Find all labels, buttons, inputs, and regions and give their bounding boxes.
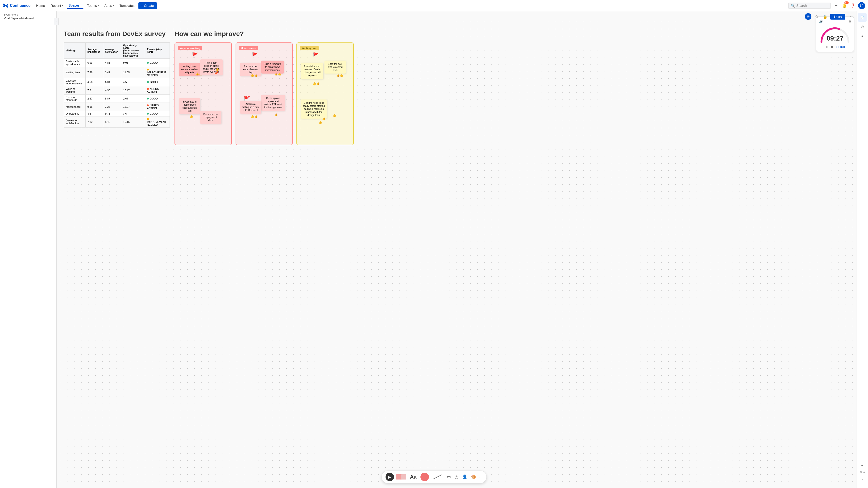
satisfaction-cell: 5.87 [103, 95, 121, 103]
table-row: Ways of working 7.3 4.33 15.47 NEEDS ACT… [64, 86, 170, 95]
sticky-note[interactable]: Investigate in better static code analys… [179, 98, 200, 115]
help-icon[interactable]: ❓ [849, 2, 856, 9]
timer-stop-button[interactable]: ⏹ [830, 45, 834, 49]
col-importance: Average importance [85, 43, 103, 59]
toolbar-more-button[interactable]: ··· [479, 475, 483, 480]
timer-expand-button[interactable]: ⊡ [848, 20, 851, 23]
share-button[interactable]: Share [830, 14, 845, 20]
timer-tool[interactable]: ⏱ [858, 23, 867, 31]
star-button[interactable]: ☆ [813, 13, 820, 20]
vital-sign-cell: Sustainable speed to ship [64, 59, 86, 67]
thumbs-up-emoji: 👍👍 [251, 115, 258, 118]
result-cell: IMPROVEMENT NEEDED [145, 67, 170, 78]
app-name: Confluence [10, 3, 30, 8]
zoom-in-button[interactable]: + [858, 461, 867, 469]
sticky-note[interactable]: Clean up our deployment scripts. PPL can… [261, 95, 285, 111]
col-results: Results (stop light) [145, 43, 170, 59]
text-tool-button[interactable]: Aa [408, 474, 418, 480]
vital-sign-cell: Execution independence [64, 78, 86, 86]
restrict-button[interactable]: 🔒 [822, 13, 828, 20]
chilli-emoji: 🌶️ [214, 70, 218, 74]
satisfaction-cell: 3.23 [103, 103, 121, 111]
thumbs-up-emoji: 👍 [190, 115, 193, 118]
sticky-note[interactable]: Designs need to be ready before starting… [301, 99, 327, 119]
sticky-note[interactable]: Automate setting up a new CI/CD project [240, 101, 261, 113]
ways-of-working-column: Ways of working 🚩 Writing down our code … [175, 42, 232, 145]
circle-shape-button[interactable] [421, 473, 429, 481]
timer-time: 09:27 [827, 35, 843, 42]
table-row: Execution independence 4.56 6.34 4.56 GO… [64, 78, 170, 86]
result-cell: GOOD [145, 78, 170, 86]
play-button[interactable]: ▶ [385, 473, 394, 481]
timer-widget: 🔊 ⊡ 09:27 ⏸ ⏹ + 1 min [816, 17, 854, 52]
table-row: Waiting time 7.48 3.41 11.55 IMPROVEMENT… [64, 67, 170, 78]
vital-sign-cell: Ways of working [64, 86, 86, 95]
thumbs-up-emoji: 👍 [318, 121, 322, 124]
person-tool[interactable]: 👤 [461, 474, 468, 481]
line-tool[interactable] [431, 474, 444, 480]
svg-line-0 [433, 475, 442, 479]
result-cell: GOOD [145, 95, 170, 103]
search-icon: 🔍 [791, 4, 795, 7]
nav-teams[interactable]: Teams ▾ [85, 3, 101, 8]
nav-spaces[interactable]: Spaces ▾ [67, 3, 84, 9]
search-bar[interactable]: 🔍 [788, 3, 831, 9]
vital-sign-cell: External standards [64, 95, 86, 103]
page-author-avatar: SP [805, 13, 811, 20]
shape-selector[interactable] [396, 474, 406, 480]
ways-label: Ways of working [178, 46, 202, 50]
importance-cell: 6.93 [85, 59, 103, 67]
app-logo[interactable]: Confluence [3, 3, 30, 8]
more-options-button[interactable]: ⋯ [847, 13, 854, 20]
importance-cell: 7.3 [85, 86, 103, 95]
breadcrumb: Sven Peters Vital Signs whiteboard [0, 11, 56, 22]
whiteboard-canvas[interactable]: Team results from DevEx survey Vital sig… [57, 11, 868, 488]
columns-container: Ways of working 🚩 Writing down our code … [175, 42, 354, 145]
palette-tool[interactable]: 🎨 [470, 474, 477, 481]
timer-add-button[interactable]: + 1 min [835, 45, 845, 48]
bottom-toolbar: ▶ Aa ▭ ◎ 👤 🎨 ··· [381, 470, 487, 483]
pages-tool[interactable]: 📄 [858, 13, 867, 22]
thumbs-up-emoji: 👍 [333, 113, 336, 117]
sticky-note[interactable]: Establish a max number of code changes f… [301, 63, 323, 79]
star-tool[interactable]: ✦ [858, 32, 867, 40]
importance-cell: 9.15 [85, 103, 103, 111]
breadcrumb-user: Sven Peters [4, 13, 53, 16]
sidebar-toggle[interactable]: ‹ [54, 18, 59, 25]
timer-pause-button[interactable]: ⏸ [825, 45, 828, 49]
lasso-tool[interactable]: ◎ [454, 474, 459, 481]
topnav-icons: ✦ 🔔 9+ ❓ SP [833, 2, 865, 9]
satisfaction-cell: 4.83 [103, 59, 121, 67]
opportunity-cell: 10.15 [121, 117, 145, 128]
status-dot [147, 113, 149, 115]
zoom-level: 68% [859, 470, 865, 474]
col-vital-sign: Vital sign [64, 43, 86, 59]
integrations-icon[interactable]: ✦ [833, 2, 839, 9]
sticky-note[interactable]: Build a template to deploy new microserv… [261, 61, 284, 73]
notifications-button[interactable]: 🔔 9+ [841, 2, 848, 9]
nav-recent[interactable]: Recent ▾ [49, 3, 65, 8]
zoom-out-button[interactable]: - [858, 475, 867, 484]
vital-sign-cell: Developer satisfaction [64, 117, 86, 128]
search-input[interactable] [796, 4, 829, 7]
create-button[interactable]: + Create [138, 2, 157, 9]
avatar[interactable]: SP [858, 2, 865, 9]
status-dot [147, 104, 149, 106]
nav-templates[interactable]: Templates [118, 3, 136, 8]
opportunity-cell: 2.67 [121, 95, 145, 103]
result-cell: NEEDS ACTION [145, 86, 170, 95]
status-dot [147, 81, 149, 83]
chevron-down-icon: ▾ [98, 4, 99, 7]
status-dot [147, 98, 149, 99]
nav-home[interactable]: Home [34, 3, 47, 8]
sticky-note[interactable]: Start the day with reviewing PRs [324, 61, 346, 73]
sticky-note[interactable]: Document our deployment docs [200, 111, 221, 124]
table-row: Developer satisfaction 7.82 5.49 10.15 I… [64, 117, 170, 128]
timer-header: 🔊 ⊡ [819, 20, 851, 23]
rectangle-tool[interactable]: ▭ [446, 474, 452, 481]
thumbs-up-emoji: 👍 [322, 117, 326, 121]
nav-apps[interactable]: Apps ▾ [102, 3, 116, 8]
importance-cell: 3.6 [85, 111, 103, 117]
sticky-note[interactable]: Run a dem session at the end of the week… [200, 59, 223, 75]
sticky-shape-alt[interactable] [401, 474, 406, 480]
